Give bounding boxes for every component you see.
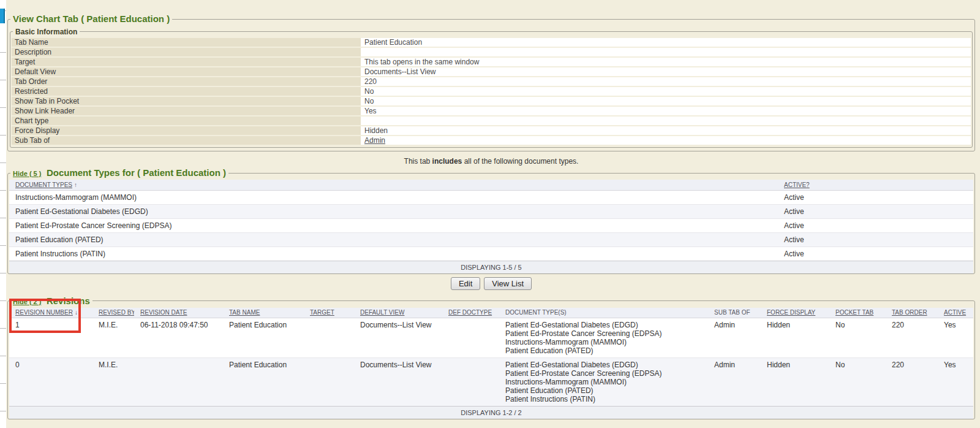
includes-note-suffix: all of the following document types. [462, 157, 578, 166]
sort-descending-icon[interactable]: ↓ [75, 309, 78, 316]
column-header-label[interactable]: TAB ORDER [892, 309, 927, 316]
field-value: 220 [361, 77, 971, 86]
column-header-label[interactable]: POCKET TAB [835, 309, 873, 316]
column-header-revised-by[interactable]: REVISED BY [92, 308, 134, 318]
field-value: No [361, 86, 971, 96]
column-header-label[interactable]: TAB NAME [229, 309, 260, 316]
field-value: Hidden [361, 126, 971, 136]
basic-info-row: Show Tab in Pocket No [12, 96, 971, 106]
basic-info-row: Chart type [12, 116, 971, 126]
force-display: Hidden [761, 318, 829, 358]
basic-info-row: Tab Order 220 [12, 77, 971, 86]
revisions-table: REVISION NUMBER↓ REVISED BY REVISION DAT… [9, 308, 973, 419]
basic-info-row: Sub Tab of Admin [12, 136, 971, 145]
column-header-label[interactable]: ACTIVE? [784, 182, 810, 188]
target [304, 358, 354, 407]
column-header-tab-order[interactable]: TAB ORDER [886, 308, 938, 318]
sort-ascending-icon[interactable]: ↑ [74, 182, 77, 188]
field-value: This tab opens in the same window [361, 57, 971, 67]
active: Yes [938, 318, 973, 358]
document-type-active: Active [778, 218, 973, 232]
def-doctype [442, 358, 499, 407]
target [304, 318, 354, 358]
revisions-fieldset: Hide ( 2 ) Revisions REVISION NUMBER↓ RE… [7, 296, 975, 420]
document-types-list: Patient Ed-Gestational Diabetes (EDGD) P… [499, 358, 708, 407]
sub-tab-of: Admin [708, 318, 761, 358]
cropped-left-table-edge [0, 0, 6, 428]
document-type-row: Patient Instructions (PATIN) Active [9, 246, 973, 261]
basic-info-row: Show Link Header Yes [12, 106, 971, 116]
field-value: No [361, 96, 971, 106]
document-type-row: Patient Education (PATED) Active [9, 232, 973, 246]
hide-revisions-link[interactable]: Hide ( 2 ) [13, 298, 41, 305]
active: Yes [938, 358, 973, 407]
basic-information-title: Basic Information [15, 28, 77, 36]
view-list-button[interactable]: View List [484, 277, 532, 290]
field-label: Restricted [12, 86, 361, 96]
column-header-document-types[interactable]: DOCUMENT TYPES↑ [9, 180, 778, 190]
revisions-legend: Hide ( 2 ) Revisions [10, 296, 92, 307]
column-header-label[interactable]: REVISION DATE [140, 309, 187, 316]
pocket-tab: No [829, 358, 886, 407]
revisions-title: Revisions [47, 296, 90, 306]
field-value: Admin [361, 136, 971, 145]
field-label: Target [12, 57, 361, 67]
document-type-line: Instructions-Mammogram (MAMMOI) [505, 338, 707, 346]
column-header-force-display[interactable]: FORCE DISPLAY [761, 308, 829, 318]
sub-tab-of-link[interactable]: Admin [364, 136, 385, 145]
column-header-target[interactable]: TARGET [304, 308, 354, 318]
document-type-row: Patient Ed-Gestational Diabetes (EDGD) A… [9, 204, 973, 218]
revisions-footer-row: DISPLAYING 1-2 / 2 [9, 407, 973, 419]
revised-by: M.I.E. [92, 318, 134, 358]
column-header-label[interactable]: DOCUMENT TYPES [15, 182, 72, 188]
column-header-document-types: DOCUMENT TYPE(S) [499, 308, 708, 318]
column-header-revision-date[interactable]: REVISION DATE [134, 308, 223, 318]
document-type-name: Instructions-Mammogram (MAMMOI) [9, 190, 778, 204]
column-header-def-doctype[interactable]: DEF DOCTYPE [442, 308, 499, 318]
document-type-row: Instructions-Mammogram (MAMMOI) Active [9, 190, 973, 204]
column-header-label[interactable]: DEFAULT VIEW [360, 309, 404, 316]
revision-number: 0 [9, 358, 92, 407]
document-types-legend: Hide ( 5 ) Document Types for ( Patient … [10, 167, 228, 178]
basic-information-legend: Basic Information [13, 26, 80, 37]
tab-name: Patient Education [223, 358, 304, 407]
document-types-table: DOCUMENT TYPES↑ ACTIVE? Instructions-Mam… [9, 180, 973, 273]
field-value: Patient Education [361, 38, 971, 47]
document-type-line: Patient Ed-Gestational Diabetes (EDGD) [505, 361, 707, 369]
document-type-active: Active [778, 204, 973, 218]
hide-document-types-link[interactable]: Hide ( 5 ) [13, 170, 41, 177]
document-type-line: Patient Ed-Gestational Diabetes (EDGD) [505, 321, 707, 329]
revision-row: 0 M.I.E. Patient Education Documents--Li… [9, 358, 973, 407]
displaying-count: DISPLAYING 1-2 / 2 [9, 407, 973, 419]
view-chart-tab-legend: View Chart Tab ( Patient Education ) [10, 13, 172, 25]
page-content: View Chart Tab ( Patient Education ) Bas… [6, 0, 980, 428]
field-label: Chart type [12, 116, 361, 126]
column-header-pocket-tab[interactable]: POCKET TAB [829, 308, 886, 318]
document-type-name: Patient Instructions (PATIN) [9, 246, 778, 261]
field-label: Tab Name [12, 38, 361, 47]
sub-tab-of: Admin [708, 358, 761, 407]
column-header-label[interactable]: TARGET [310, 309, 334, 316]
basic-info-row: Tab Name Patient Education [12, 38, 971, 47]
column-header-active[interactable]: ACTIVE? [778, 180, 973, 190]
document-types-list: Patient Ed-Gestational Diabetes (EDGD) P… [499, 318, 708, 358]
revision-date [134, 358, 223, 407]
document-type-active: Active [778, 232, 973, 246]
pocket-tab: No [829, 318, 886, 358]
revisions-header-row: REVISION NUMBER↓ REVISED BY REVISION DAT… [9, 308, 973, 318]
column-header-label[interactable]: REVISION NUMBER [15, 309, 73, 316]
column-header-label[interactable]: REVISED BY [99, 309, 134, 316]
edit-button[interactable]: Edit [451, 277, 480, 290]
column-header-default-view[interactable]: DEFAULT VIEW [354, 308, 442, 318]
column-header-label[interactable]: ACTIVE [944, 309, 966, 316]
column-header-revision-number[interactable]: REVISION NUMBER↓ [9, 308, 92, 318]
column-header-active[interactable]: ACTIVE [938, 308, 973, 318]
displaying-count: DISPLAYING 1-5 / 5 [9, 261, 973, 273]
field-value: Documents--List View [361, 67, 971, 77]
field-value [361, 116, 971, 126]
column-header-label[interactable]: DEF DOCTYPE [448, 309, 492, 316]
field-label: Show Link Header [12, 106, 361, 116]
document-types-header-row: DOCUMENT TYPES↑ ACTIVE? [9, 180, 973, 190]
column-header-tab-name[interactable]: TAB NAME [223, 308, 304, 318]
column-header-label[interactable]: FORCE DISPLAY [767, 309, 815, 316]
